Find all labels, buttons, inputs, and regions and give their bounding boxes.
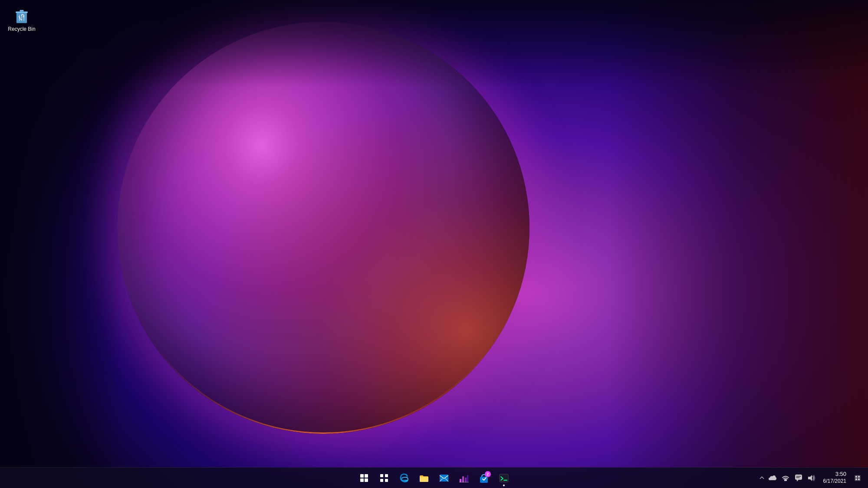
show-hidden-icons-button[interactable] [759, 475, 765, 481]
svg-rect-28 [855, 475, 861, 481]
clock-widget[interactable]: 3:50 6/17/2021 [820, 471, 850, 485]
chart-icon [459, 474, 469, 482]
svg-rect-20 [500, 474, 508, 482]
volume-tray-icon[interactable] [806, 474, 817, 482]
svg-rect-30 [858, 476, 860, 478]
chevron-up-icon [760, 476, 764, 481]
recycle-bin-icon[interactable]: Recycle Bin [4, 4, 39, 35]
file-explorer-button[interactable] [414, 468, 434, 488]
notification-center-button[interactable] [851, 471, 865, 485]
recycle-bin-image [13, 7, 30, 24]
clock-time: 3:50 [823, 471, 846, 478]
svg-rect-32 [858, 478, 860, 480]
terminal-button[interactable] [494, 468, 513, 488]
recycle-bin-label: Recycle Bin [8, 26, 35, 32]
store-button[interactable]: 2 [474, 468, 493, 488]
clock-date: 6/17/2021 [823, 478, 846, 485]
notification-icon [855, 475, 861, 481]
svg-marker-27 [808, 475, 812, 481]
taskbar: 2 [0, 467, 868, 488]
svg-rect-24 [795, 475, 802, 480]
svg-rect-31 [855, 478, 857, 480]
onedrive-tray-icon[interactable] [767, 474, 778, 482]
taskbar-center-icons: 2 [355, 468, 513, 488]
edge-button[interactable] [395, 468, 414, 488]
svg-rect-29 [855, 476, 857, 478]
volume-icon [808, 475, 815, 481]
desktop-area: Recycle Bin [0, 0, 868, 471]
mail-button[interactable] [434, 468, 454, 488]
terminal-active-dot [503, 485, 505, 486]
svg-rect-7 [380, 474, 383, 477]
svg-rect-9 [380, 479, 383, 482]
svg-rect-14 [460, 479, 461, 482]
store-badge: 2 [485, 471, 491, 477]
search-button[interactable] [375, 468, 394, 488]
windows-logo-icon [360, 474, 368, 482]
edge-icon [399, 473, 409, 483]
svg-rect-23 [784, 479, 787, 481]
msi-center-button[interactable] [454, 468, 473, 488]
terminal-icon [499, 474, 509, 482]
svg-rect-10 [385, 479, 388, 482]
cloud-icon [769, 475, 776, 481]
svg-rect-8 [385, 474, 388, 477]
svg-rect-16 [465, 478, 467, 482]
tray-icons-group [757, 473, 819, 483]
network-tray-icon[interactable] [780, 474, 791, 482]
chat-icon [795, 474, 802, 482]
system-tray: 3:50 6/17/2021 [757, 468, 868, 488]
svg-rect-6 [20, 10, 24, 11]
mail-icon [439, 474, 449, 482]
svg-rect-17 [467, 475, 468, 482]
svg-rect-15 [462, 476, 464, 482]
start-button[interactable] [355, 468, 374, 488]
network-icon [782, 475, 789, 481]
file-explorer-icon [419, 474, 429, 482]
chat-tray-icon[interactable] [793, 473, 804, 483]
search-grid-icon [380, 474, 388, 482]
